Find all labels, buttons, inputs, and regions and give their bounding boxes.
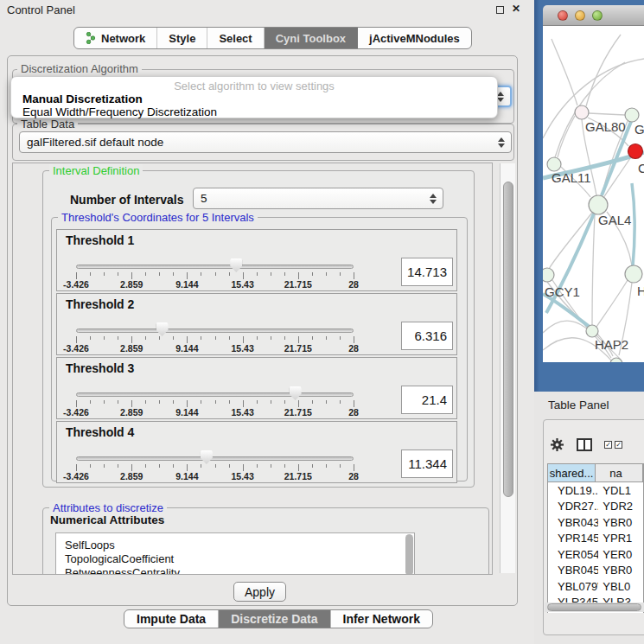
- apply-button[interactable]: Apply: [233, 582, 286, 602]
- right-node[interactable]: [625, 265, 642, 283]
- threshold-3-slider-thumb[interactable]: [290, 386, 302, 400]
- GCY1-node[interactable]: [543, 268, 554, 282]
- threshold-4-slider-thumb[interactable]: [201, 450, 213, 464]
- threshold-2-slider-track[interactable]: [76, 328, 354, 333]
- close-traffic-light-icon[interactable]: [558, 10, 568, 21]
- settings-scrollbar[interactable]: [500, 163, 515, 573]
- network-window-titlebar[interactable]: [543, 5, 644, 26]
- tick-mark: [298, 464, 299, 471]
- table-header-row: shared... na: [548, 464, 643, 482]
- threshold-1-slider-track[interactable]: [76, 265, 354, 269]
- threshold-4-value-field[interactable]: 11.344: [401, 450, 453, 478]
- list-scrollbar[interactable]: [405, 534, 413, 575]
- tab-network[interactable]: Network: [74, 28, 157, 48]
- float-window-icon[interactable]: [496, 6, 504, 14]
- tick-mark: [90, 464, 91, 468]
- table-horizontal-scrollbar[interactable]: [545, 603, 644, 612]
- tab-jactivemnodules[interactable]: jActiveMNodules: [358, 28, 471, 48]
- settings-scrollbar-thumb[interactable]: [503, 182, 513, 497]
- HAP2-node[interactable]: [586, 325, 598, 337]
- threshold-4-slider-track[interactable]: [76, 456, 354, 461]
- threshold-1-box: Threshold 1 -3.4262.8599.14415.4321.7152…: [56, 229, 457, 291]
- network-view-canvas[interactable]: GAL80GACGAL11GAL4GCY1HHAP2: [543, 26, 644, 362]
- popup-item-manual-discretization[interactable]: Manual Discretization: [22, 92, 143, 105]
- table-cell[interactable]: YDR2: [598, 499, 643, 515]
- tick-mark: [284, 400, 285, 404]
- table-cell[interactable]: YDR27...: [548, 499, 598, 515]
- gear-icon[interactable]: [550, 437, 564, 452]
- checkbox-icons: ✓ ✓: [604, 441, 622, 449]
- table-row[interactable]: YBL079WYBL0: [548, 578, 643, 595]
- tab-select[interactable]: Select: [207, 28, 264, 48]
- table-cell[interactable]: YDL1: [598, 482, 643, 499]
- control-panel-title: Control Panel: [7, 3, 75, 16]
- table-row[interactable]: YBR043CYBR0: [548, 514, 643, 531]
- table-cell[interactable]: YPR1: [598, 531, 643, 547]
- list-item[interactable]: TopologicalCoefficient: [56, 552, 414, 565]
- GAL80-node[interactable]: [575, 105, 589, 119]
- threshold-2-value-field[interactable]: 6.316: [401, 322, 453, 350]
- tab-infer-network[interactable]: Infer Network: [331, 610, 432, 628]
- table-row[interactable]: YER054CYER0: [548, 546, 643, 563]
- tick-mark: [215, 272, 216, 276]
- table-data-combobox-value: galFiltered.sif default node: [27, 136, 163, 149]
- table-cell[interactable]: YER054C: [548, 546, 598, 563]
- node-label: GCY1: [545, 284, 580, 299]
- table-cell[interactable]: YBR043C: [548, 514, 598, 531]
- split-columns-icon[interactable]: [577, 438, 592, 451]
- threshold-1-value-field[interactable]: 14.713: [401, 258, 453, 286]
- tick-mark: [340, 336, 341, 340]
- table-cell[interactable]: YBL0: [598, 578, 643, 595]
- slider-ticks: [76, 400, 354, 407]
- column-header-name[interactable]: na: [596, 464, 643, 482]
- red-node[interactable]: [628, 144, 643, 159]
- tick-mark: [90, 400, 91, 404]
- table-cell[interactable]: YPR145W: [548, 531, 598, 547]
- close-icon[interactable]: ✕: [512, 3, 520, 15]
- tick-mark: [271, 464, 271, 468]
- threshold-1-slider-thumb[interactable]: [230, 258, 242, 272]
- popup-placeholder-item[interactable]: Select algorithm to view settings: [11, 80, 497, 92]
- table-cell[interactable]: YER0: [598, 546, 643, 563]
- list-item[interactable]: BetweennessCentrality: [56, 565, 414, 575]
- table-row[interactable]: YDR27...YDR2: [548, 499, 643, 515]
- tab-cyni-toolbox-label: Cyni Toolbox: [276, 32, 346, 45]
- table-cell[interactable]: YBR045C: [548, 563, 598, 579]
- network-edge: [589, 113, 625, 115]
- tab-style[interactable]: Style: [157, 28, 207, 48]
- threshold-3-value-field[interactable]: 21.4: [401, 386, 453, 414]
- table-cell[interactable]: YBR0: [598, 514, 643, 531]
- GAL4-node[interactable]: [589, 195, 608, 214]
- table-cell[interactable]: YBL079W: [548, 578, 598, 595]
- table-row[interactable]: YDL19...YDL1: [548, 482, 643, 499]
- table-horizontal-scrollbar-thumb[interactable]: [547, 603, 641, 611]
- GAL11-node[interactable]: [547, 157, 561, 171]
- threshold-2-slider-thumb[interactable]: [156, 322, 169, 336]
- node-label: H: [637, 284, 644, 298]
- tick-mark: [159, 464, 160, 468]
- checked-checkbox-icon[interactable]: ✓: [615, 441, 622, 449]
- checked-checkbox-icon[interactable]: ✓: [604, 441, 612, 449]
- numerical-attributes-list[interactable]: SelfLoops TopologicalCoefficient Between…: [55, 532, 415, 575]
- tab-impute-data[interactable]: Impute Data: [124, 610, 219, 628]
- zoom-traffic-light-icon[interactable]: [592, 10, 603, 21]
- tick-mark: [271, 336, 271, 340]
- tab-impute-data-label: Impute Data: [137, 612, 206, 626]
- popup-item-equal-width-frequency[interactable]: Equal Width/Frequency Discretization: [22, 105, 217, 118]
- table-cell[interactable]: YDL19...: [548, 482, 598, 499]
- table-row[interactable]: YBR045CYBR0: [548, 563, 643, 579]
- tab-discretize-data[interactable]: Discretize Data: [219, 610, 330, 628]
- table-cell[interactable]: YBR0: [598, 563, 643, 579]
- list-item[interactable]: SelfLoops: [56, 538, 414, 552]
- table-row[interactable]: YPR145WYPR1: [548, 531, 643, 547]
- minimize-traffic-light-icon[interactable]: [575, 10, 585, 21]
- tick-label: 15.43: [231, 471, 253, 481]
- table-data-combobox[interactable]: galFiltered.sif default node: [19, 131, 512, 153]
- number-of-intervals-combobox[interactable]: 5: [193, 188, 443, 209]
- tick-mark: [326, 400, 327, 404]
- bottom-node[interactable]: [610, 358, 622, 362]
- column-header-shared-name[interactable]: shared...: [548, 464, 596, 482]
- threshold-3-slider-track[interactable]: [76, 392, 354, 397]
- tab-cyni-toolbox[interactable]: Cyni Toolbox: [265, 28, 358, 48]
- top-right-node[interactable]: [625, 108, 639, 122]
